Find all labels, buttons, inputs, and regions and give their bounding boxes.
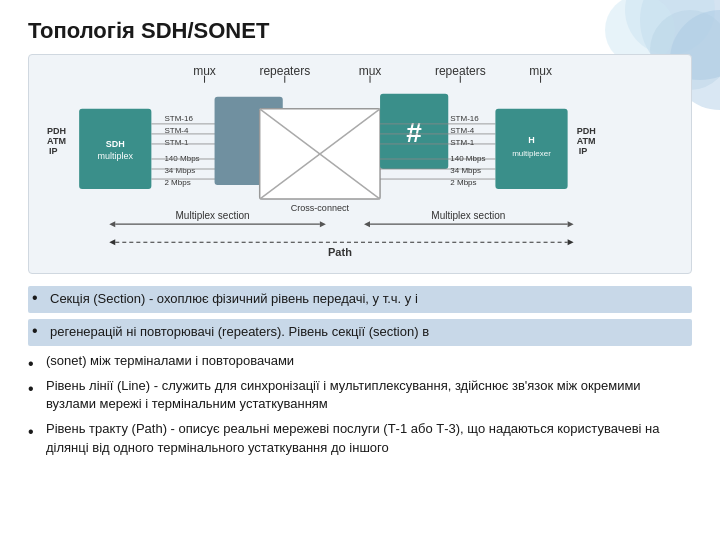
- right-mux-label2: multiplexer: [512, 149, 551, 158]
- mux1-label: mux: [193, 64, 216, 78]
- path-arrow-right: [568, 239, 574, 245]
- bullet-list: Секція (Section) - охоплює фізичний ріве…: [28, 286, 692, 528]
- bullet-item-4: Рівень лінії (Line) - служить для синхро…: [28, 377, 692, 415]
- rate-34-left: 34 Mbps: [164, 166, 195, 175]
- rate-stm1-left: STM-1: [164, 138, 189, 147]
- multiplex-arrow-left: [109, 221, 115, 227]
- diagram-svg: mux repeaters mux repeaters mux PDH ATM …: [29, 55, 691, 273]
- bullet-item-3: (sonet) між терміналами і повторовачами: [28, 352, 692, 371]
- pdh-right: PDH: [577, 126, 596, 136]
- rate-140-right: 140 Mbps: [450, 154, 485, 163]
- page-content: Топологія SDH/SONET mux repeaters mux re…: [0, 0, 720, 540]
- rate-140-left: 140 Mbps: [164, 154, 199, 163]
- bullet-item-2: регенерацій ні повторювачі (repeaters). …: [28, 319, 692, 346]
- rate-34-right: 34 Mbps: [450, 166, 481, 175]
- multiplex-arrow-right1: [320, 221, 326, 227]
- atm-left: ATM: [47, 136, 66, 146]
- rate-stm16-right: STM-16: [450, 114, 479, 123]
- repeaters2-label: repeaters: [435, 64, 486, 78]
- left-mux-sublabel: multiplex: [97, 151, 133, 161]
- multiplex-section-right: Multiplex section: [431, 210, 505, 221]
- multiplex-arrow-right2: [568, 221, 574, 227]
- rate-stm1-right: STM-1: [450, 138, 475, 147]
- ip-left: IP: [49, 146, 58, 156]
- path-label: Path: [328, 246, 352, 258]
- bullet-item-5: Рівень тракту (Path) - описує реальні ме…: [28, 420, 692, 458]
- multiplex-arrow-left2: [364, 221, 370, 227]
- ip-right: IP: [579, 146, 588, 156]
- diagram-area: mux repeaters mux repeaters mux PDH ATM …: [28, 54, 692, 274]
- page-title: Топологія SDH/SONET: [28, 18, 692, 44]
- repeaters1-label: repeaters: [259, 64, 310, 78]
- mux2-label: mux: [359, 64, 382, 78]
- multiplex-section-left: Multiplex section: [176, 210, 250, 221]
- rate-stm4-right: STM-4: [450, 126, 475, 135]
- bullet-item-1: Секція (Section) - охоплює фізичний ріве…: [28, 286, 692, 313]
- right-mux-label1: H: [528, 135, 535, 145]
- mux3-label: mux: [529, 64, 552, 78]
- atm-right: ATM: [577, 136, 596, 146]
- hash-symbol: #: [406, 117, 422, 148]
- left-mux-label: SDH: [106, 139, 125, 149]
- rate-stm16-left: STM-16: [164, 114, 193, 123]
- cross-connect-label: Cross-connect: [291, 203, 350, 213]
- pdh-left: PDH: [47, 126, 66, 136]
- rate-2-right: 2 Mbps: [450, 178, 476, 187]
- path-arrow-left: [109, 239, 115, 245]
